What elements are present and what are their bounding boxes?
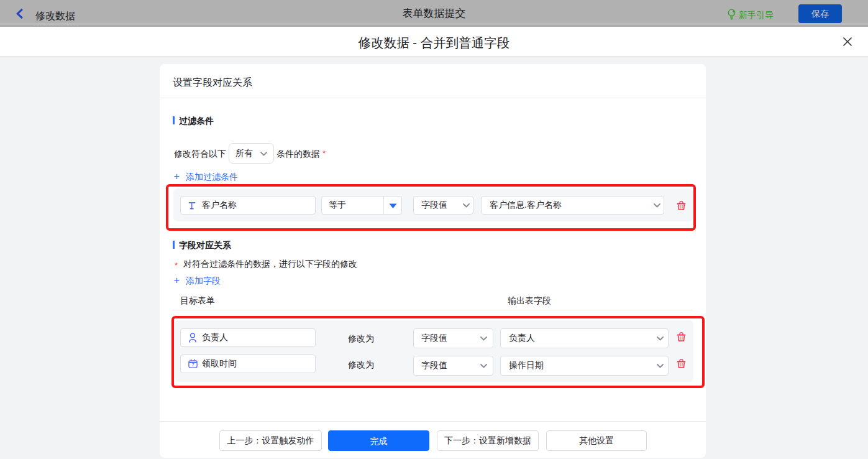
svg-text:7: 7 — [191, 362, 194, 368]
